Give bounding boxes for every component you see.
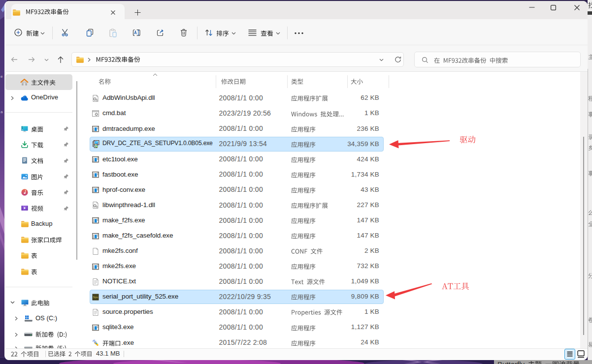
svg-text:Spu: Spu (93, 296, 99, 299)
svg-text:a: a (0, 110, 3, 114)
svg-text:e: e (0, 74, 3, 79)
